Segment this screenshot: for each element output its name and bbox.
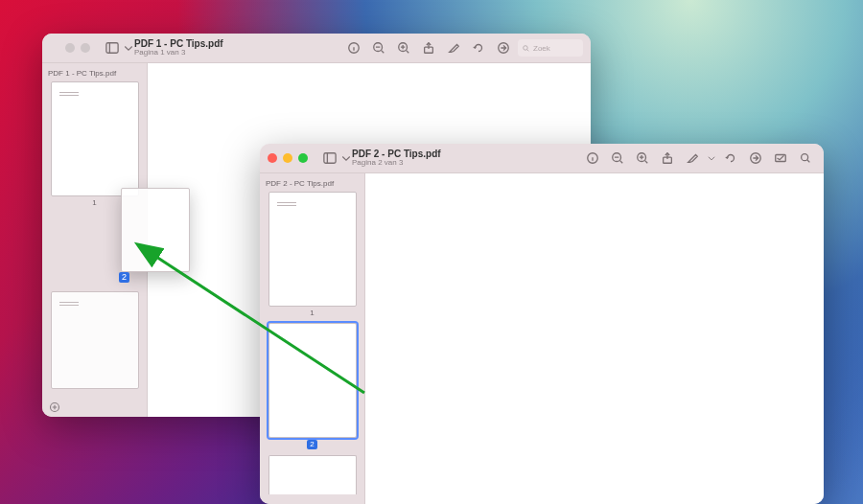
rotate-button[interactable] [468, 37, 489, 58]
dragged-page-badge: 2 [119, 272, 129, 283]
desktop: { "window1": { "title": "PDF 1 - PC Tips… [0, 0, 863, 504]
close-button[interactable] [50, 43, 59, 53]
zoom-in-button[interactable] [632, 148, 653, 169]
info-button[interactable] [343, 37, 364, 58]
svg-line-9 [407, 51, 409, 54]
page-number-badge: 2 [307, 440, 316, 449]
page-number-label: 1 [92, 198, 96, 207]
markup-button[interactable] [745, 148, 766, 169]
titlebar[interactable]: PDF 2 - PC Tips.pdf Pagina 2 van 3 [260, 144, 824, 173]
highlight-button[interactable] [443, 37, 464, 58]
minimize-button[interactable] [65, 43, 75, 53]
close-button[interactable] [268, 153, 277, 163]
minimize-button[interactable] [283, 153, 292, 163]
window-subtitle: Pagina 2 van 3 [352, 159, 441, 168]
preview-window-2[interactable]: PDF 2 - PC Tips.pdf Pagina 2 van 3 PDF 2… [260, 144, 824, 504]
rotate-button[interactable] [720, 148, 741, 169]
svg-line-29 [645, 161, 648, 164]
sidebar-toggle-button[interactable] [319, 148, 340, 169]
sidebar-title: PDF 1 - PC Tips.pdf [48, 69, 141, 78]
sidebar-title: PDF 2 - PC Tips.pdf [266, 179, 359, 188]
view-menu-button[interactable] [123, 37, 134, 58]
svg-rect-20 [324, 153, 336, 164]
maximize-button[interactable] [81, 43, 90, 53]
highlight-menu[interactable] [707, 148, 716, 169]
share-button[interactable] [657, 148, 678, 169]
sidebar-toggle-button[interactable] [102, 37, 123, 58]
svg-line-16 [527, 49, 529, 51]
titlebar[interactable]: PDF 1 - PC Tips.pdf Pagina 1 van 3 Zoek [42, 34, 591, 63]
info-button[interactable] [582, 148, 603, 169]
svg-line-26 [620, 161, 623, 164]
view-menu-button[interactable] [340, 148, 352, 169]
search-button[interactable] [795, 148, 816, 169]
maximize-button[interactable] [298, 153, 308, 163]
svg-line-6 [382, 51, 385, 54]
document-canvas[interactable] [365, 173, 824, 504]
zoom-in-button[interactable] [393, 37, 414, 58]
svg-line-37 [807, 160, 810, 163]
page-number-label: 1 [310, 309, 314, 317]
page-thumbnail-2[interactable] [268, 323, 357, 438]
svg-rect-0 [106, 43, 118, 54]
highlight-button[interactable] [682, 148, 703, 169]
form-button[interactable] [770, 148, 791, 169]
search-placeholder: Zoek [533, 44, 550, 53]
dragged-page-ghost [121, 188, 190, 272]
share-button[interactable] [418, 37, 439, 58]
sidebar-add-button[interactable] [48, 401, 61, 414]
page-thumbnail-1[interactable] [268, 192, 357, 307]
page-thumbnail-1[interactable] [51, 81, 139, 196]
page-thumbnail-3[interactable] [51, 291, 139, 389]
page-thumbnail-3[interactable] [268, 455, 357, 494]
zoom-out-button[interactable] [368, 37, 389, 58]
svg-point-15 [524, 45, 528, 50]
svg-point-36 [802, 154, 808, 161]
markup-button[interactable] [493, 37, 514, 58]
search-field[interactable]: Zoek [518, 39, 583, 57]
thumbnail-sidebar[interactable]: PDF 2 - PC Tips.pdf 1 2 [260, 173, 365, 504]
zoom-out-button[interactable] [607, 148, 628, 169]
window-subtitle: Pagina 1 van 3 [134, 49, 223, 57]
